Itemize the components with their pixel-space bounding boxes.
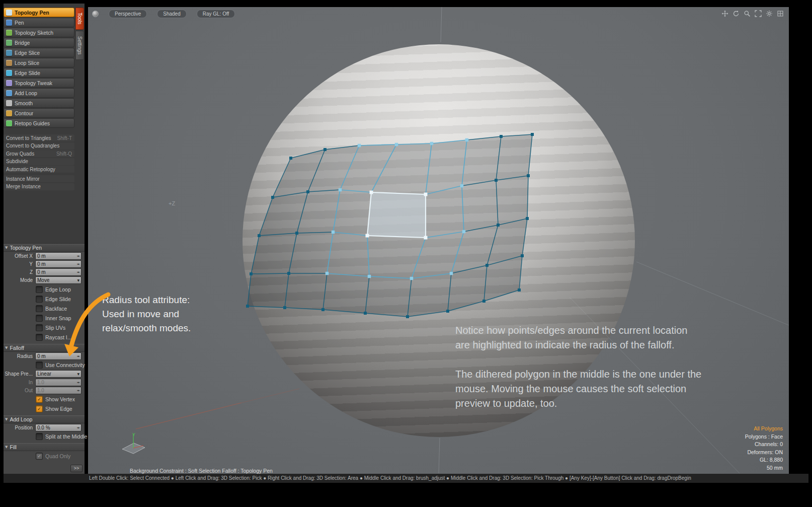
offset-x-field[interactable]: 0 m ◄► [35,252,82,260]
chevron-down-icon: ▼ [77,372,79,376]
pan-icon[interactable] [721,10,728,17]
command-convert-to-quadrangles[interactable]: Convert to Quadrangles [4,142,74,150]
orbit-icon[interactable] [733,10,740,17]
edge-slide-icon [6,70,12,76]
spinner-arrows-icon[interactable]: ◄► [76,254,79,257]
section-title: Add Loop [10,416,32,422]
command-grow-quads[interactable]: Grow Quads Shift-Q [4,150,74,157]
section-title: Fill [10,444,16,450]
shortcut-label: Shift-Q [56,151,72,157]
viewport-3d[interactable]: Perspective Shaded Ray GL: Off [88,7,789,474]
tab-settings[interactable]: Settings [75,31,84,60]
grid-icon[interactable] [777,10,784,17]
topology-sketch-icon [6,30,12,36]
tool-item-label: Bridge [15,40,30,46]
collapse-triangle-icon: ▼ [5,445,8,449]
add-loop-icon [6,90,12,96]
checkbox-use-connectivity[interactable]: ✓ [36,361,43,369]
offset-y-field[interactable]: 0 m ◄► [35,260,82,268]
section-header-falloff[interactable]: ▼ Falloff [4,344,85,352]
shape-preset-dropdown[interactable]: Linear ▼ [35,370,82,378]
checkbox-inner-snap[interactable]: ✓ [36,315,43,322]
panel-tab-strip: Tools Settings [75,8,85,60]
tool-item-retopo-guides[interactable]: Retopo Guides [4,118,74,128]
checkbox-edge-slide[interactable]: ✓ [36,296,43,303]
radius-field[interactable]: 0 m ◄► [35,352,82,360]
tool-item-smooth[interactable]: Smooth [4,98,74,108]
mode-label: Mode [4,277,33,283]
tab-tools[interactable]: Tools [75,8,84,30]
tool-item-label: Contour [15,110,33,116]
position-field[interactable]: 0.0 % ◄► [35,424,82,431]
tool-item-label: Retopo Guides [15,120,50,126]
command-automatic-retopology[interactable]: Automatic Retopology [4,166,74,173]
section-header-topology-pen[interactable]: ▼ Topology Pen [4,244,85,252]
tool-item-topology-tweak[interactable]: Topology Tweak [4,78,74,88]
shaded-button[interactable]: Shaded [157,10,186,18]
collapse-triangle-icon: ▼ [5,417,8,421]
shape-preset-label: Shape Pre... [4,371,33,377]
checkbox-raycast[interactable]: ✓ [36,334,43,341]
tool-item-bridge[interactable]: Bridge [4,38,74,47]
in-label: In [4,380,33,385]
tool-item-pen[interactable]: Pen [4,18,74,27]
edge-slice-icon [6,50,12,56]
tool-item-label: Topology Tweak [15,80,52,86]
mode-dropdown[interactable]: Move ▼ [35,276,82,284]
gear-icon[interactable] [766,10,773,17]
zoom-icon[interactable] [744,10,751,17]
shortcut-label: Shift-T [57,135,72,141]
pen-icon [6,20,12,26]
tool-item-contour[interactable]: Contour [4,108,74,118]
viewport-toolbar: Perspective Shaded Ray GL: Off [92,10,235,18]
command-merge-instance[interactable]: Merge Instance [4,183,74,190]
channels-label: Channels: 0 [745,441,783,449]
command-subdivide[interactable]: Subdivide [4,158,74,165]
radius-label: Radius [4,353,33,359]
camera-icon[interactable] [92,11,99,17]
command-instance-mirror[interactable]: Instance Mirror [4,175,74,182]
tool-item-topology-sketch[interactable]: Topology Sketch [4,28,74,37]
command-convert-to-triangles[interactable]: Convert to Triangles Shift-T [4,134,74,141]
tool-item-edge-slide[interactable]: Edge Slide [4,68,74,78]
offset-z-label: Z [4,269,33,275]
z-axis-label: +Z [169,200,175,206]
position-label: Position [4,425,33,430]
deformers-label: Deformers: ON [745,449,783,457]
tool-item-loop-slice[interactable]: Loop Slice [4,58,74,67]
checkbox-backface[interactable]: ✓ [36,305,43,312]
tool-item-edge-slice[interactable]: Edge Slice [4,48,74,57]
checkbox-show-edge[interactable]: ✓ [36,405,43,412]
spinner-arrows-icon[interactable]: ◄► [76,354,79,357]
tool-item-label: Pen [15,20,24,26]
tool-item-label: Loop Slice [15,60,39,66]
tool-item-topology-pen[interactable]: Topology Pen [4,8,74,17]
loop-slice-icon [6,60,12,66]
section-header-add-loop[interactable]: ▼ Add Loop [4,415,85,423]
annotation-notice-text: Notice how points/edges around the curre… [455,323,767,411]
mouse-mapping-statusbar: Left Double Click: Select Connected ● Le… [4,474,808,483]
checkbox-edge-loop[interactable]: ✓ [36,286,43,293]
section-title: Falloff [10,345,24,351]
raygl-button[interactable]: Ray GL: Off [197,10,235,18]
tool-item-label: Topology Pen [15,10,49,16]
in-field: 1.0 ◄► [35,379,82,386]
offset-z-field[interactable]: 0 m ◄► [35,268,82,276]
tool-item-label: Add Loop [15,90,37,96]
instance-command-list: Instance Mirror Merge Instance [4,175,74,191]
gl-count-label: GL: 8,880 [745,456,783,464]
maximize-icon[interactable] [755,10,762,17]
checkbox-show-vertex[interactable]: ✓ [36,396,43,403]
spinner-arrows-icon[interactable]: ◄► [76,270,79,273]
checkbox-slip-uvs[interactable]: ✓ [36,324,43,331]
section-header-fill[interactable]: ▼ Fill [4,443,85,451]
perspective-button[interactable]: Perspective [109,10,147,18]
checkbox-split-at-middle[interactable]: ✓ [36,433,43,440]
tool-item-add-loop[interactable]: Add Loop [4,88,74,98]
spinner-arrows-icon[interactable]: ◄► [76,426,79,429]
bridge-icon [6,40,12,46]
expand-panel-button[interactable]: >> [70,465,83,472]
spinner-arrows-icon: ◄► [76,381,79,384]
spinner-arrows-icon[interactable]: ◄► [76,262,79,265]
section-title: Topology Pen [10,245,42,251]
